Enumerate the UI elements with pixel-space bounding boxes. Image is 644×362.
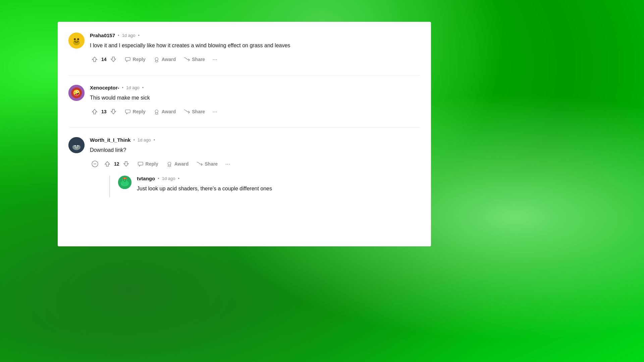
upvote-button[interactable]: [103, 159, 112, 169]
comment-item: Worth_it_I_Think • 1d ago • Download lin…: [68, 137, 420, 197]
upvote-button[interactable]: [90, 107, 99, 116]
comment-body: Xenoceptor- • 1d ago • This would make m…: [90, 85, 420, 117]
comment-item: 🤪 Xenoceptor- • 1d ago • This would make…: [68, 85, 420, 117]
dot-separator-2: •: [178, 176, 180, 181]
avatar: [68, 33, 85, 49]
svg-point-12: [74, 145, 76, 146]
svg-point-11: [73, 143, 80, 145]
timestamp: 1d ago: [126, 85, 140, 90]
svg-point-24: [125, 178, 127, 179]
divider: [68, 75, 420, 75]
username: Xenoceptor-: [90, 85, 119, 90]
share-button[interactable]: Share: [180, 54, 208, 64]
comment-header: Worth_it_I_Think • 1d ago •: [90, 137, 420, 143]
share-button[interactable]: Share: [193, 159, 221, 169]
svg-point-4: [155, 58, 158, 61]
svg-point-21: [125, 180, 126, 181]
more-options-button[interactable]: ···: [210, 55, 220, 64]
comment-header: Xenoceptor- • 1d ago •: [90, 85, 420, 90]
comment-body: Worth_it_I_Think • 1d ago • Download lin…: [90, 137, 420, 197]
comments-panel: Praha0157 • 1d ago • I love it and I esp…: [58, 22, 431, 246]
award-button[interactable]: Award: [150, 107, 179, 117]
reply-button[interactable]: Reply: [121, 107, 149, 117]
comment-actions: 14 Reply: [90, 54, 420, 64]
upvote-button[interactable]: [90, 55, 99, 64]
dot-separator-2: •: [142, 85, 144, 90]
comment-actions: 12 Reply: [90, 159, 420, 169]
avatar: [68, 137, 85, 153]
comment-header: Praha0157 • 1d ago •: [90, 33, 420, 38]
comment-body: Praha0157 • 1d ago • I love it and I esp…: [90, 33, 420, 64]
award-button[interactable]: Award: [163, 159, 192, 169]
dot-separator: •: [158, 176, 159, 181]
comment-item: Praha0157 • 1d ago • I love it and I esp…: [68, 33, 420, 64]
svg-point-13: [77, 145, 78, 146]
username: Praha0157: [90, 33, 115, 38]
vote-area: 13: [90, 107, 118, 116]
svg-point-23: [123, 178, 124, 179]
downvote-button[interactable]: [121, 159, 131, 169]
dot-separator-2: •: [138, 33, 140, 38]
dot-separator: •: [133, 137, 135, 142]
reply-button[interactable]: Reply: [134, 159, 162, 169]
collapse-button[interactable]: [90, 159, 100, 169]
comment-text: I love it and I especially like how it c…: [90, 42, 420, 50]
dot-separator-2: •: [154, 137, 155, 142]
divider: [68, 127, 420, 128]
more-options-button[interactable]: ···: [210, 107, 220, 117]
vote-count: 13: [101, 109, 107, 114]
timestamp: 1d ago: [122, 33, 136, 38]
svg-point-3: [77, 38, 79, 40]
svg-point-2: [74, 38, 76, 40]
comment-text: Download link?: [90, 146, 420, 154]
svg-point-25: [124, 178, 125, 179]
nested-comment: tvtango • 1d ago • Just look up acid sha…: [109, 176, 420, 197]
award-button[interactable]: Award: [150, 54, 179, 64]
avatar: 🤪: [68, 85, 85, 101]
vote-count: 14: [101, 57, 107, 62]
svg-point-16: [168, 162, 171, 165]
comment-actions: 13 Reply: [90, 107, 420, 117]
vote-area: 12: [103, 159, 131, 169]
vote-count: 12: [114, 161, 119, 167]
downvote-button[interactable]: [109, 55, 118, 64]
vote-area: 14: [90, 55, 118, 64]
nested-comment-body: tvtango • 1d ago • Just look up acid sha…: [137, 176, 420, 197]
share-button[interactable]: Share: [180, 107, 208, 117]
svg-point-20: [123, 180, 124, 181]
svg-point-8: [155, 110, 158, 113]
reply-button[interactable]: Reply: [121, 54, 149, 64]
avatar: [118, 176, 131, 189]
nested-comment-header: tvtango • 1d ago •: [137, 176, 420, 181]
nested-comment-text: Just look up acid shaders, there's a cou…: [137, 185, 420, 193]
dot-separator: •: [118, 33, 119, 38]
dot-separator: •: [122, 85, 124, 90]
downvote-button[interactable]: [109, 107, 118, 116]
more-options-button[interactable]: ···: [222, 159, 233, 169]
username: Worth_it_I_Think: [90, 137, 130, 143]
svg-text:🤪: 🤪: [73, 89, 80, 97]
username: tvtango: [137, 176, 155, 181]
timestamp: 1d ago: [138, 137, 151, 142]
comment-text: This would make me sick: [90, 94, 420, 102]
timestamp: 1d ago: [162, 176, 175, 181]
